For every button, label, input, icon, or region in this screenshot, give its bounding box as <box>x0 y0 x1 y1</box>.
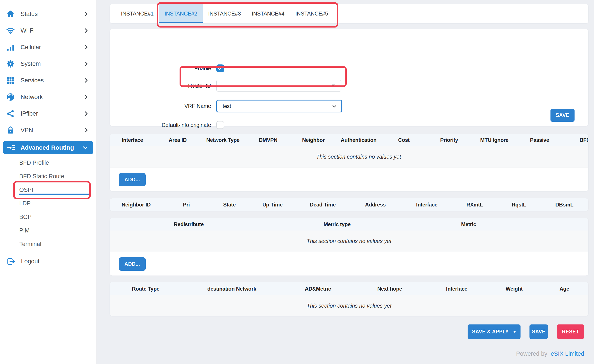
tab-instance-4[interactable]: INSTANCE#4 <box>246 4 290 23</box>
neighbor-table-header: Neighbor ID Pri State Up Time Dead Time … <box>110 199 588 211</box>
vrf-name-select[interactable]: test <box>216 100 342 112</box>
sidebar-subitem-bgp[interactable]: BGP <box>0 210 96 224</box>
share-icon <box>6 109 15 119</box>
sidebar-item-label: Wi-Fi <box>20 27 34 34</box>
sidebar-item-system[interactable]: System <box>0 55 96 72</box>
reset-button[interactable]: RESET <box>557 324 584 339</box>
redistribute-table-card: Redistribute Metric type Metric This sec… <box>110 218 588 276</box>
sidebar-subitem-terminal[interactable]: Terminal <box>0 237 96 251</box>
globe-icon <box>6 92 15 102</box>
column-header: Metric <box>407 221 531 227</box>
column-header: Pri <box>162 202 210 208</box>
main-content: INSTANCE#1 INSTANCE#2 INSTANCE#3 INSTANC… <box>97 0 594 364</box>
column-header: Area ID <box>155 137 200 143</box>
sidebar-subitem-pim[interactable]: PIM <box>0 224 96 237</box>
router-id-value: - <box>217 83 224 89</box>
ospf-active-underline <box>19 194 89 195</box>
sidebar-item-vpn[interactable]: VPN <box>0 122 96 139</box>
sidebar-item-label: Services <box>20 77 44 84</box>
chevron-right-icon <box>83 78 89 83</box>
save-button[interactable]: SAVE <box>550 109 574 122</box>
default-info-label: Default-info originate <box>110 122 211 128</box>
interface-table-card: Interface Area ID Network Type DMVPN Nei… <box>110 134 588 191</box>
sidebar-item-label: VPN <box>20 127 33 134</box>
sidebar-item-advanced-routing[interactable]: Advanced Routing <box>3 141 93 154</box>
column-header: Age <box>540 286 588 292</box>
grid-icon <box>6 76 15 85</box>
column-header: Weight <box>488 286 540 292</box>
enable-checkbox[interactable] <box>216 65 224 72</box>
chevron-right-icon <box>83 127 89 133</box>
sidebar-item-network[interactable]: Network <box>0 89 96 105</box>
tab-instance-1[interactable]: INSTANCE#1 <box>115 4 159 23</box>
sidebar: Status Wi-Fi Cellular System <box>0 0 97 364</box>
chevron-right-icon <box>83 94 89 100</box>
empty-state-text: This section contains no values yet <box>110 231 588 252</box>
sidebar-item-label: Cellular <box>20 44 41 51</box>
router-id-select[interactable]: - <box>216 80 341 92</box>
interface-table-header: Interface Area ID Network Type DMVPN Nei… <box>110 134 588 146</box>
default-info-checkbox[interactable] <box>216 121 224 129</box>
brand-link[interactable]: eSIX Limited <box>551 351 584 357</box>
sidebar-item-ipfiber[interactable]: IPfiber <box>0 105 96 122</box>
lock-icon <box>6 126 15 135</box>
sidebar-subitem-ldp[interactable]: LDP <box>0 197 96 210</box>
footer: Powered by eSIX Limited <box>110 351 588 357</box>
column-header: Next hope <box>354 286 425 292</box>
add-redistribute-button[interactable]: ADD... <box>119 257 146 271</box>
save-and-apply-button[interactable]: SAVE & APPLY <box>468 324 520 339</box>
chevron-right-icon <box>83 11 89 17</box>
chevron-right-icon <box>83 44 89 50</box>
logout-label: Logout <box>21 258 39 265</box>
column-header: Interface <box>425 286 488 292</box>
sidebar-item-wifi[interactable]: Wi-Fi <box>0 22 96 39</box>
check-icon <box>217 65 223 72</box>
save-all-button[interactable]: SAVE <box>529 324 548 339</box>
add-interface-button[interactable]: ADD... <box>119 173 146 186</box>
column-header: Authentication <box>336 137 381 143</box>
tab-instance-2[interactable]: INSTANCE#2 <box>159 4 202 23</box>
column-header: BFD <box>562 137 588 143</box>
caret-down-icon <box>332 85 335 87</box>
column-header: Interface <box>110 137 155 143</box>
logout-icon <box>6 257 16 266</box>
sidebar-item-label: Network <box>20 93 43 100</box>
sidebar-item-label: IPfiber <box>20 110 38 117</box>
sidebar-subitem-bfd-static-route[interactable]: BFD Static Route <box>0 170 96 183</box>
empty-state-text: This section contains no values yet <box>110 295 588 316</box>
column-header: Interface <box>402 202 452 208</box>
save-and-apply-label: SAVE & APPLY <box>472 329 509 335</box>
column-header: Metric type <box>268 221 407 227</box>
column-header: Neighbor <box>291 137 336 143</box>
redistribute-add-section: ADD... <box>110 252 588 271</box>
tab-instance-5[interactable]: INSTANCE#5 <box>290 4 333 23</box>
vrf-name-value: test <box>217 103 231 109</box>
home-icon <box>6 9 15 19</box>
neighbor-table-card: Neighbor ID Pri State Up Time Dead Time … <box>110 199 588 211</box>
sidebar-item-cellular[interactable]: Cellular <box>0 39 96 55</box>
column-header: RqstL <box>497 202 540 208</box>
ospf-settings-form: Enable Router ID - VRF Name test Default… <box>110 29 588 126</box>
vrf-name-label: VRF Name <box>110 100 211 112</box>
tab-instance-3[interactable]: INSTANCE#3 <box>203 4 246 23</box>
column-header: Dead Time <box>296 202 349 208</box>
router-id-label: Router ID <box>110 80 211 92</box>
column-header: Address <box>349 202 402 208</box>
powered-by-text: Powered by <box>516 351 547 357</box>
chevron-down-icon <box>331 103 338 109</box>
sidebar-item-label: Advanced Routing <box>20 144 74 151</box>
sidebar-subitem-bfd-profile[interactable]: BFD Profile <box>0 156 96 170</box>
enable-label: Enable <box>110 65 211 72</box>
page-actions: SAVE & APPLY SAVE RESET <box>110 324 588 339</box>
column-header: RXmtL <box>452 202 497 208</box>
column-header: Route Type <box>110 286 182 292</box>
sidebar-item-services[interactable]: Services <box>0 72 96 89</box>
chevron-down-icon <box>82 145 88 151</box>
sidebar-item-label: System <box>20 60 41 67</box>
sidebar-item-logout[interactable]: Logout <box>0 254 96 269</box>
empty-state-text: This section contains no values yet <box>110 146 588 168</box>
sidebar-item-status[interactable]: Status <box>0 6 96 22</box>
chevron-right-icon <box>83 111 89 116</box>
column-header: MTU Ignore <box>472 137 517 143</box>
caret-down-icon <box>513 331 516 333</box>
